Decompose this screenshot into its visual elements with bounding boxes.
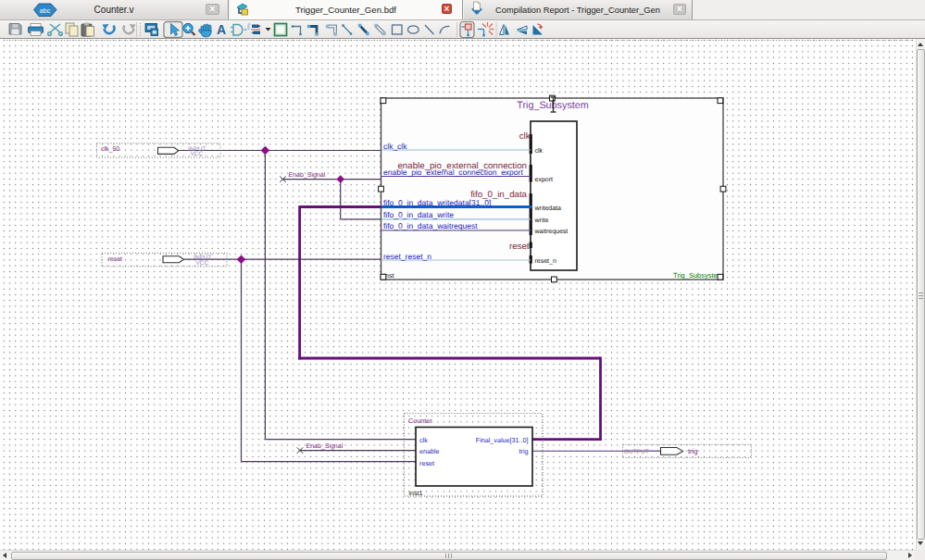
svg-text:export: export [535,177,554,183]
svg-text:clk: clk [519,131,531,142]
svg-text:clk_50: clk_50 [101,145,119,153]
svg-text:reset_n: reset_n [535,258,556,265]
svg-text:trig: trig [688,447,697,455]
svg-text:inst1: inst1 [409,490,423,497]
svg-text:clk: clk [419,436,428,444]
svg-text:Trig_Subsystem: Trig_Subsystem [673,271,723,280]
svg-text:Counter: Counter [408,417,432,425]
svg-text:Final_value[31..0]: Final_value[31..0] [476,436,529,444]
svg-text:reset: reset [509,242,530,252]
svg-text:A: A [217,22,226,37]
svg-text:enable: enable [419,447,440,455]
svg-text:Enab_Signal: Enab_Signal [289,171,326,179]
svg-text:enable_pio_external_connection: enable_pio_external_connection_export [383,168,523,177]
svg-text:VCC: VCC [191,151,204,157]
svg-text:clk_clk: clk_clk [383,142,407,151]
svg-text:fifo_0_in_data_write: fifo_0_in_data_write [383,210,454,219]
svg-text:trig: trig [519,447,529,455]
svg-text:writedata: writedata [534,205,562,212]
svg-text:Enab_Signal: Enab_Signal [306,442,344,450]
svg-text:fifo_0_in_data_writedata[31..0: fifo_0_in_data_writedata[31..0] [383,198,491,207]
svg-text:reset: reset [108,256,123,263]
svg-text:VCC: VCC [196,260,209,267]
svg-text:waitrequest: waitrequest [534,228,569,235]
svg-text:reset: reset [419,459,434,467]
svg-text:clk: clk [535,147,544,155]
svg-text:fifo_0_in_data_waitrequest: fifo_0_in_data_waitrequest [383,221,478,230]
svg-text:write: write [534,217,549,224]
svg-text:reset_reset_n: reset_reset_n [383,252,431,261]
svg-text:OUTPUT: OUTPUT [624,449,649,455]
